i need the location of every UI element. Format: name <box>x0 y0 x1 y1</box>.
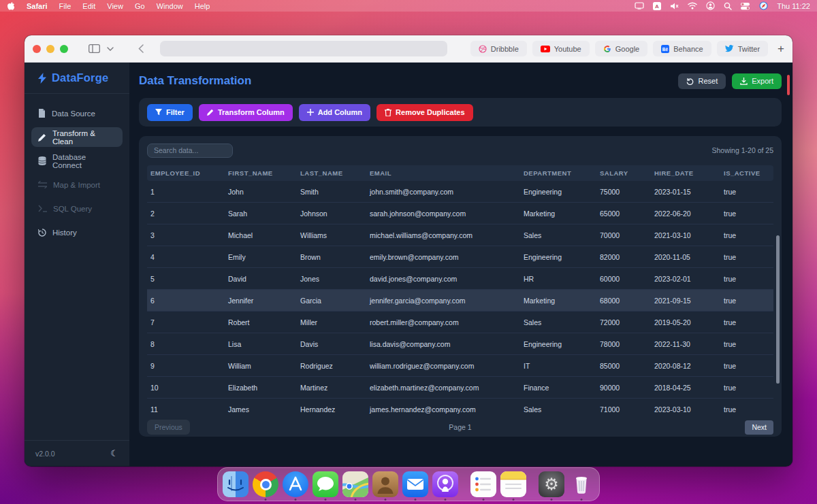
table-row[interactable]: 6JenniferGarciajennifer.garcia@company.c… <box>147 290 773 312</box>
table-cell: jennifer.garcia@company.com <box>366 297 520 305</box>
table-cell: 5 <box>147 275 225 283</box>
notes-icon[interactable] <box>500 471 526 497</box>
chrome-icon[interactable] <box>253 471 278 497</box>
search-icon[interactable] <box>724 1 732 11</box>
mute-icon[interactable] <box>670 1 679 11</box>
table-cell: Sarah <box>225 209 297 218</box>
table-row[interactable]: 4EmilyBrownemily.brown@company.comEngine… <box>147 246 773 268</box>
table-cell: 75000 <box>596 188 651 196</box>
maps-icon[interactable] <box>342 471 368 497</box>
add-column-button[interactable]: Add Column <box>299 104 370 121</box>
safari-status-icon[interactable] <box>759 1 768 11</box>
next-page-button[interactable]: Next <box>745 420 773 435</box>
column-header[interactable]: FIRST_NAME <box>225 169 297 177</box>
system-settings-icon[interactable]: ⚙ <box>539 471 564 497</box>
minimize-window-button[interactable] <box>46 45 54 53</box>
menu-item-help[interactable]: Help <box>195 2 210 10</box>
column-header[interactable]: DEPARTMENT <box>520 169 596 177</box>
control-center-icon[interactable] <box>741 1 750 11</box>
app-sidebar: DataForge Data Source Transform & Clean … <box>25 63 129 466</box>
mail-icon[interactable] <box>402 471 428 497</box>
menu-item-file[interactable]: File <box>59 2 71 10</box>
menu-item-safari[interactable]: Safari <box>27 2 48 10</box>
sidebar-item-data-source[interactable]: Data Source <box>31 103 123 123</box>
table-row[interactable]: 7RobertMillerrobert.miller@company.comSa… <box>147 312 773 333</box>
table-row[interactable]: 8LisaDavislisa.davis@company.comEngineer… <box>147 333 773 355</box>
bookmark-youtube[interactable]: Youtube <box>532 41 590 56</box>
apple-logo-icon[interactable] <box>7 1 15 11</box>
table-cell: 2023-03-10 <box>651 405 720 414</box>
sidebar-item-database-connect[interactable]: Database Connect <box>31 151 123 171</box>
sidebar-item-sql-query[interactable]: SQL Query <box>31 199 123 218</box>
menu-item-go[interactable]: Go <box>135 2 145 10</box>
trash-icon[interactable] <box>568 471 594 497</box>
input-source-icon[interactable]: A <box>653 1 661 11</box>
page-scrollbar-thumb[interactable] <box>787 75 790 95</box>
pencil-icon <box>38 133 46 141</box>
dribbble-icon <box>479 45 487 53</box>
menu-bar-clock[interactable]: Thu 11:22 <box>777 2 810 10</box>
table-cell: IT <box>520 362 596 370</box>
table-scrollbar-thumb[interactable] <box>776 235 780 384</box>
bookmark-dribbble[interactable]: Dribbble <box>470 41 527 56</box>
sidebar-item-history[interactable]: History <box>31 222 123 242</box>
remove-duplicates-button[interactable]: Remove Duplicates <box>377 104 472 121</box>
address-bar[interactable] <box>160 41 447 56</box>
table-cell: 2 <box>147 209 225 218</box>
column-header[interactable]: IS_ACTIVE <box>720 169 773 177</box>
sidebar-toggle-icon[interactable] <box>89 44 100 53</box>
contacts-icon[interactable] <box>372 471 398 497</box>
podcasts-icon[interactable] <box>432 471 458 497</box>
column-header[interactable]: HIRE_DATE <box>651 169 720 177</box>
export-button[interactable]: Export <box>732 73 782 89</box>
table-cell: Marketing <box>520 297 596 305</box>
sidebar-item-map-import[interactable]: Map & Import <box>31 175 123 195</box>
table-cell: true <box>720 384 773 392</box>
column-header[interactable]: SALARY <box>596 169 651 177</box>
reminders-icon[interactable] <box>470 471 496 497</box>
table-cell: robert.miller@company.com <box>366 318 520 326</box>
column-header[interactable]: EMAIL <box>366 169 520 177</box>
table-row[interactable]: 10ElizabethMartinezelizabeth.martinez@co… <box>147 377 773 399</box>
table-row[interactable]: 11JamesHernandezjames.hernandez@company.… <box>147 399 773 416</box>
menu-item-edit[interactable]: Edit <box>82 2 95 10</box>
display-icon[interactable] <box>635 1 644 11</box>
menu-item-view[interactable]: View <box>107 2 123 10</box>
tab-group-chevron-icon[interactable] <box>107 47 114 51</box>
column-header[interactable]: EMPLOYEE_ID <box>147 169 225 177</box>
table-row[interactable]: 2SarahJohnsonsarah.johnson@company.comMa… <box>147 203 773 224</box>
account-icon[interactable] <box>706 1 715 11</box>
page-content: DataForge Data Source Transform & Clean … <box>25 63 792 466</box>
table-cell: Marketing <box>520 209 596 218</box>
table-cell: Sales <box>520 405 596 414</box>
table-row[interactable]: 9WilliamRodriguezwilliam.rodriguez@compa… <box>147 355 773 377</box>
bookmark-google[interactable]: Google <box>595 41 647 56</box>
youtube-icon <box>541 46 550 52</box>
menu-item-window[interactable]: Window <box>157 2 183 10</box>
pagination: Previous Page 1 Next <box>147 419 773 435</box>
bookmark-behance[interactable]: Bē Behance <box>653 41 711 56</box>
reset-button[interactable]: Reset <box>678 73 726 89</box>
table-cell: true <box>720 231 773 239</box>
table-row[interactable]: 5DavidJonesdavid.jones@company.comHR6000… <box>147 268 773 290</box>
messages-icon[interactable] <box>313 471 338 497</box>
wifi-icon[interactable] <box>688 1 697 11</box>
close-window-button[interactable] <box>33 45 41 53</box>
zoom-window-button[interactable] <box>60 45 68 53</box>
table-row[interactable]: 3MichaelWilliamsmichael.williams@company… <box>147 224 773 246</box>
new-tab-button[interactable]: + <box>778 43 784 54</box>
history-icon <box>38 229 46 237</box>
bookmark-twitter[interactable]: Twitter <box>717 41 768 56</box>
transform-column-button[interactable]: Transform Column <box>199 104 293 121</box>
app-store-icon[interactable] <box>283 471 308 497</box>
table-cell: Davis <box>297 340 366 348</box>
dark-mode-toggle-icon[interactable]: ☾ <box>110 448 118 458</box>
table-row[interactable]: 1JohnSmithjohn.smith@company.comEngineer… <box>147 181 773 203</box>
filter-button[interactable]: Filter <box>147 104 193 121</box>
column-header[interactable]: LAST_NAME <box>297 169 366 177</box>
finder-icon[interactable] <box>223 471 249 497</box>
sidebar-nav: Data Source Transform & Clean Database C… <box>25 94 129 252</box>
search-input[interactable] <box>147 144 233 158</box>
back-button[interactable] <box>138 44 144 53</box>
sidebar-item-transform-clean[interactable]: Transform & Clean <box>31 127 123 147</box>
